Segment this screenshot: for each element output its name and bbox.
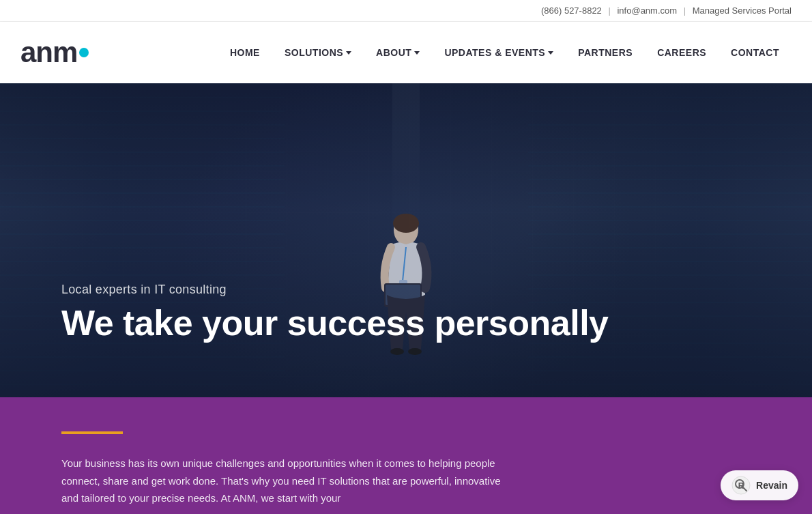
separator-2: | [684, 5, 686, 16]
phone-number[interactable]: (866) 527-8822 [541, 5, 602, 16]
nav-item-home[interactable]: HOME [218, 22, 272, 83]
portal-link[interactable]: Managed Services Portal [693, 5, 792, 16]
chevron-down-icon [414, 51, 420, 55]
nav-item-contact[interactable]: CONTACT [719, 22, 792, 83]
main-nav: HOME SOLUTIONS ABOUT UPDATES & EVENTS PA… [218, 22, 792, 83]
header: anm HOME SOLUTIONS ABOUT UPDATES & EVENT… [0, 22, 812, 83]
hero-subtitle: Local experts in IT consulting [61, 283, 609, 297]
svg-point-6 [390, 348, 404, 355]
hero-content: Local experts in IT consulting We take y… [61, 283, 609, 343]
svg-point-7 [408, 348, 422, 355]
nav-item-partners[interactable]: PARTNERS [566, 22, 645, 83]
chevron-down-icon [346, 51, 351, 55]
separator-1: | [608, 5, 610, 16]
chevron-down-icon [548, 51, 553, 55]
nav-item-careers[interactable]: CAREERS [645, 22, 719, 83]
email-link[interactable]: info@anm.com [617, 5, 677, 16]
hero-section: Local experts in IT consulting We take y… [0, 83, 812, 397]
revain-widget[interactable]: R Revain [721, 470, 798, 500]
intro-text: Your business has its own unique challen… [61, 455, 505, 507]
svg-point-1 [393, 214, 419, 233]
nav-item-about[interactable]: ABOUT [364, 22, 432, 83]
purple-section: Your business has its own unique challen… [0, 397, 812, 514]
logo-dot [79, 48, 89, 57]
logo[interactable]: anm [20, 38, 89, 67]
revain-icon: R [731, 476, 751, 495]
nav-item-updates-events[interactable]: UPDATES & EVENTS [432, 22, 566, 83]
nav-item-solutions[interactable]: SOLUTIONS [272, 22, 364, 83]
logo-text: anm [20, 38, 77, 67]
top-bar: (866) 527-8822 | info@anm.com | Managed … [0, 0, 812, 22]
hero-title: We take your success personally [61, 304, 609, 343]
revain-label: Revain [756, 480, 787, 491]
purple-divider [61, 431, 123, 434]
